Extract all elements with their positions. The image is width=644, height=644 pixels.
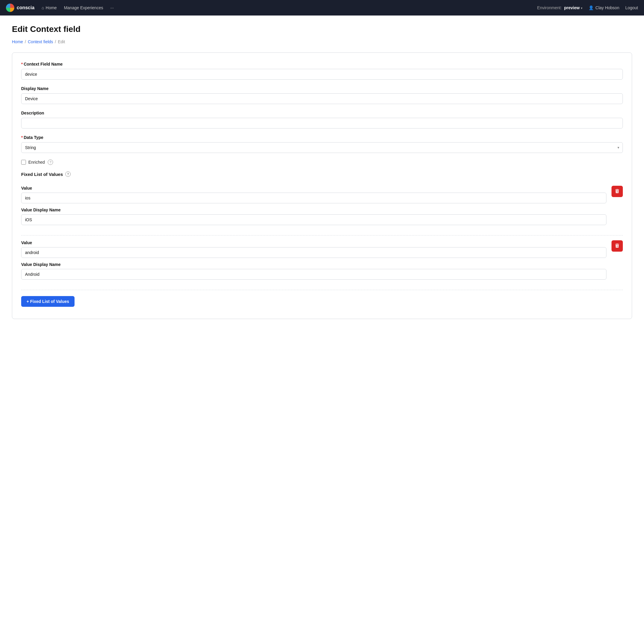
nav-more[interactable]: ··· — [110, 5, 114, 10]
breadcrumb-sep-1: / — [25, 39, 26, 44]
enriched-row: Enriched ? — [21, 160, 623, 165]
more-dots-label: ··· — [110, 5, 114, 10]
description-input[interactable] — [21, 118, 623, 129]
value-item-2: Value Value Display Name — [21, 236, 623, 290]
value-input-2[interactable] — [21, 247, 606, 258]
trash-icon-2 — [614, 243, 620, 249]
logout-link[interactable]: Logout — [625, 5, 638, 10]
breadcrumb-context-fields[interactable]: Context fields — [28, 39, 53, 44]
enriched-checkbox[interactable] — [21, 160, 26, 165]
display-name-input[interactable] — [21, 93, 623, 104]
trash-icon-1 — [614, 188, 620, 195]
breadcrumb: Home / Context fields / Edit — [12, 39, 632, 44]
nav-home-label: Home — [46, 5, 57, 10]
navbar: conscia ⌂ Home Manage Experiences ··· En… — [0, 0, 644, 16]
display-name-group: Display Name — [21, 86, 623, 104]
breadcrumb-home[interactable]: Home — [12, 39, 23, 44]
nav-username: Clay Hobson — [595, 5, 619, 10]
env-chevron-icon: ▾ — [581, 6, 583, 10]
required-star: * — [21, 62, 23, 66]
value-label-1: Value — [21, 186, 623, 191]
fixed-list-title: Fixed List of Values — [21, 172, 63, 177]
data-type-group: *Data Type String Integer Boolean Float … — [21, 135, 623, 153]
nav-links: ⌂ Home Manage Experiences ··· — [42, 5, 530, 10]
nav-manage-experiences[interactable]: Manage Experiences — [64, 5, 103, 10]
value-display-name-field-2: Value Display Name — [21, 262, 623, 280]
value-display-name-field-1: Value Display Name — [21, 208, 623, 225]
nav-manage-label: Manage Experiences — [64, 5, 103, 10]
main-content: Edit Context field Home / Context fields… — [0, 16, 644, 644]
value-field-1: Value — [21, 186, 623, 203]
divider-2 — [21, 290, 623, 290]
value-item-1-inner: Value Value Display Name — [21, 181, 623, 235]
delete-button-2[interactable] — [612, 240, 623, 252]
value-input-1[interactable] — [21, 193, 606, 203]
logo-text: conscia — [17, 5, 35, 10]
enriched-label[interactable]: Enriched — [28, 160, 45, 165]
user-icon: 👤 — [589, 5, 594, 10]
navbar-right: Environment: preview ▾ 👤 Clay Hobson Log… — [537, 5, 638, 10]
required-star-2: * — [21, 135, 23, 140]
add-button-label: + Fixed List of Values — [27, 299, 69, 304]
delete-button-1[interactable] — [612, 186, 623, 197]
environment-label: Environment: preview ▾ — [537, 5, 583, 10]
home-icon: ⌂ — [42, 5, 44, 10]
description-group: Description — [21, 111, 623, 129]
data-type-select[interactable]: String Integer Boolean Float — [21, 142, 623, 153]
value-item-2-inner: Value Value Display Name — [21, 236, 623, 290]
nav-home[interactable]: ⌂ Home — [42, 5, 57, 10]
value-field-2: Value — [21, 240, 623, 258]
value-display-input-2[interactable] — [21, 269, 606, 280]
nav-user: 👤 Clay Hobson — [589, 5, 619, 10]
context-field-name-label: *Context Field Name — [21, 62, 623, 66]
add-fixed-list-button[interactable]: + Fixed List of Values — [21, 296, 75, 307]
fixed-list-help-icon[interactable]: ? — [65, 171, 71, 177]
fixed-list-header: Fixed List of Values ? — [21, 171, 623, 177]
logo[interactable]: conscia — [6, 4, 35, 12]
value-item-1: Value Value Display Name — [21, 181, 623, 236]
logo-icon — [6, 4, 14, 12]
breadcrumb-edit: Edit — [58, 39, 65, 44]
context-field-name-group: *Context Field Name — [21, 62, 623, 80]
value-display-input-1[interactable] — [21, 214, 606, 225]
form-card: *Context Field Name Display Name Descrip… — [12, 52, 632, 319]
display-name-label: Display Name — [21, 86, 623, 91]
breadcrumb-sep-2: / — [55, 39, 56, 44]
data-type-select-wrapper: String Integer Boolean Float ▾ — [21, 142, 623, 153]
value-display-label-1: Value Display Name — [21, 208, 623, 212]
context-field-name-input[interactable] — [21, 69, 623, 80]
page-title: Edit Context field — [12, 24, 632, 34]
enriched-help-icon[interactable]: ? — [48, 160, 53, 165]
data-type-label: *Data Type — [21, 135, 623, 140]
value-label-2: Value — [21, 240, 623, 245]
environment-value[interactable]: preview — [564, 5, 580, 10]
value-display-label-2: Value Display Name — [21, 262, 623, 267]
description-label: Description — [21, 111, 623, 115]
